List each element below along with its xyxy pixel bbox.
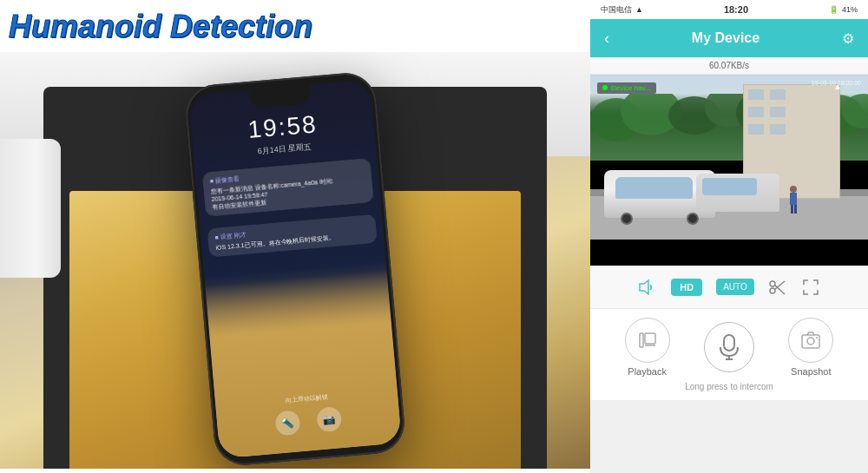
svg-point-30 bbox=[807, 338, 814, 345]
clip-button[interactable] bbox=[768, 278, 787, 297]
battery-text: 41% bbox=[842, 5, 858, 14]
back-button[interactable]: ‹ bbox=[604, 30, 609, 48]
svg-line-22 bbox=[774, 281, 785, 290]
status-bar-right: 🔋 41% bbox=[829, 5, 858, 14]
svg-rect-13 bbox=[748, 107, 764, 117]
svg-line-21 bbox=[774, 285, 785, 294]
playback-circle[interactable] bbox=[625, 318, 670, 363]
svg-rect-15 bbox=[748, 124, 764, 135]
intercom-circle[interactable] bbox=[704, 322, 754, 372]
left-section: Humanoid Detection 19:58 6月14日 星期五 ■ 摄像查… bbox=[0, 0, 590, 473]
car-window bbox=[615, 177, 694, 199]
hd-button[interactable]: HD bbox=[671, 279, 702, 296]
action-area: Playback bbox=[590, 309, 868, 400]
intercom-hint: Long press to intercom bbox=[685, 382, 773, 391]
svg-rect-23 bbox=[640, 333, 643, 347]
speaker-button[interactable] bbox=[638, 278, 657, 297]
playback-button[interactable]: Playback bbox=[625, 318, 670, 377]
phone-notification-2: ■ 设置 刚才 iOS 12.3.1已可用。将在今晚稍后时候安装。 bbox=[207, 214, 378, 258]
scene-person bbox=[788, 186, 799, 212]
svg-marker-17 bbox=[640, 280, 648, 294]
scene-car-2 bbox=[696, 174, 779, 212]
person-head bbox=[790, 186, 797, 193]
battery-icon: 🔋 bbox=[829, 5, 838, 14]
header-title: My Device bbox=[692, 30, 760, 46]
snapshot-icon bbox=[800, 330, 821, 351]
photo-background: 19:58 6月14日 星期五 ■ 摄像查看 您有一条新消息 设备名称:came… bbox=[0, 52, 590, 469]
intercom-button[interactable] bbox=[704, 322, 754, 372]
playback-label: Playback bbox=[628, 366, 667, 377]
app-header: ‹ My Device ⚙ bbox=[590, 19, 868, 57]
controls-bar: HD AUTO bbox=[590, 266, 868, 309]
snapshot-button[interactable]: Snapshot bbox=[788, 318, 833, 377]
snapshot-label: Snapshot bbox=[791, 366, 831, 377]
status-time: 18:20 bbox=[724, 4, 748, 15]
phone-notch bbox=[249, 85, 312, 109]
person-leg-left bbox=[791, 205, 793, 214]
snapshot-circle[interactable] bbox=[788, 318, 833, 363]
phone-photo-area: 19:58 6月14日 星期五 ■ 摄像查看 您有一条新消息 设备名称:came… bbox=[0, 52, 590, 469]
camera-wifi-icon: ▲ bbox=[833, 82, 842, 91]
svg-rect-24 bbox=[645, 333, 655, 344]
playback-icon bbox=[637, 330, 658, 351]
action-buttons-row: Playback bbox=[590, 318, 868, 377]
phone-screen: 19:58 6月14日 星期五 ■ 摄像查看 您有一条新消息 设备名称:came… bbox=[188, 80, 402, 459]
speed-value: 60.07KB/s bbox=[709, 61, 749, 70]
svg-point-31 bbox=[816, 337, 818, 338]
white-device bbox=[0, 139, 61, 278]
fullscreen-button[interactable] bbox=[801, 278, 820, 297]
car2-window bbox=[702, 178, 756, 195]
svg-rect-16 bbox=[770, 124, 786, 135]
speaker-icon bbox=[638, 278, 657, 297]
svg-rect-26 bbox=[724, 335, 734, 351]
wifi-status-icon: ▲ bbox=[635, 5, 643, 14]
person-body bbox=[790, 193, 797, 205]
carrier-text: 中国电信 bbox=[601, 4, 632, 16]
phone-icon-torch: 🔦 bbox=[274, 410, 300, 436]
car-wheel-right bbox=[687, 213, 699, 225]
device-name: Device hav... bbox=[611, 84, 651, 92]
scissors-icon bbox=[768, 278, 787, 297]
person-legs bbox=[788, 205, 799, 214]
status-bar-left: 中国电信 ▲ bbox=[601, 4, 643, 16]
settings-button[interactable]: ⚙ bbox=[842, 30, 854, 47]
letterbox-bottom bbox=[590, 240, 868, 266]
device-label: Device hav... bbox=[597, 82, 656, 94]
mic-icon bbox=[717, 333, 741, 361]
phone-device: 19:58 6月14日 星期五 ■ 摄像查看 您有一条新消息 设备名称:came… bbox=[183, 70, 407, 467]
svg-rect-14 bbox=[770, 107, 786, 117]
right-section: 中国电信 ▲ 18:20 🔋 41% ‹ My Device ⚙ 60.07KB… bbox=[590, 0, 868, 473]
camera-feed: Device hav... 19-03-16 18:20:00 ▲ bbox=[590, 75, 868, 266]
status-bar: 中国电信 ▲ 18:20 🔋 41% bbox=[590, 0, 868, 19]
camera-overlay: Device hav... 19-03-16 18:20:00 bbox=[590, 75, 868, 101]
person-leg-right bbox=[794, 205, 797, 214]
speed-indicator: 60.07KB/s bbox=[590, 57, 868, 75]
page-title: Humanoid Detection bbox=[9, 9, 312, 45]
expand-icon bbox=[801, 278, 820, 297]
phone-notification-1: ■ 摄像查看 您有一条新消息 设备名称:camera_4a0a 时间:2019-… bbox=[202, 158, 374, 217]
online-indicator bbox=[602, 85, 608, 90]
auto-button[interactable]: AUTO bbox=[716, 279, 754, 295]
phone-icon-camera: 📷 bbox=[316, 406, 342, 432]
